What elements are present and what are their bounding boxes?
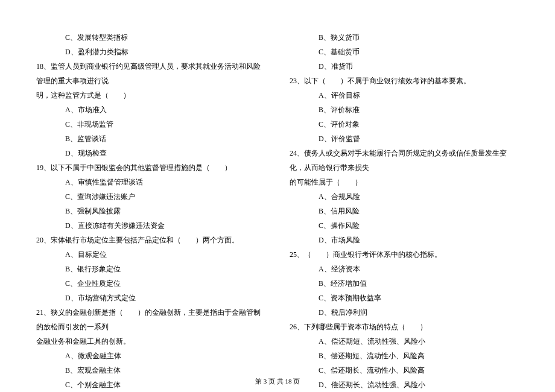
page-footer: 第 3 页 共 18 页: [0, 377, 555, 386]
option-item: A、偿还期短、流动性强、风险小: [290, 334, 519, 349]
option-item: C、企业性质定位: [36, 276, 265, 291]
option-item: D、盈利潜力类指标: [36, 45, 265, 59]
option-item: A、目标定位: [36, 247, 265, 262]
column-left: C、发展转型类指标 D、盈利潜力类指标 18、监管人员到商业银行约见高级管理人员…: [36, 30, 265, 356]
question-18: 18、监管人员到商业银行约见高级管理人员，要求其就业务活动和风险管理的重大事项进…: [36, 59, 265, 88]
option-item: C、资本预期收益率: [290, 291, 519, 305]
option-item: B、经济增加值: [290, 276, 519, 291]
question-21: 21、狭义的金融创新是指（ ）的金融创新，主要是指由于金融管制的放松而引发的一系…: [36, 305, 265, 334]
option-item: B、狭义货币: [290, 30, 519, 45]
option-item: C、偿还期长、流动性小、风险高: [290, 363, 519, 378]
option-item: A、审慎性监督管理谈话: [36, 175, 265, 189]
question-24-cont: 的可能性属于（ ）: [290, 175, 519, 189]
option-item: B、评价标准: [290, 103, 519, 117]
question-20: 20、宋体银行市场定位主要包括产品定位和（ ）两个方面。: [36, 233, 265, 247]
question-18-cont: 明，这种监管方式是（ ）: [36, 88, 265, 103]
option-item: C、查询涉嫌违法账户: [36, 189, 265, 204]
option-item: D、直接冻结有关涉嫌违法资金: [36, 218, 265, 233]
question-26: 26、下列哪些属于资本市场的特点（ ）: [290, 320, 519, 334]
question-25: 25、（ ）商业银行考评体系中的核心指标。: [290, 247, 519, 262]
question-24: 24、债务人或交易对手未能履行合同所规定的义务或信任质量发生变化，从而给银行带来…: [290, 146, 519, 175]
option-item: B、宏观金融主体: [36, 363, 265, 378]
option-item: D、准货币: [290, 59, 519, 74]
option-item: C、评价对象: [290, 117, 519, 131]
option-item: B、偿还期短、流动性小、风险高: [290, 349, 519, 363]
option-item: B、强制风险披露: [36, 204, 265, 218]
option-item: A、评价目标: [290, 88, 519, 103]
question-19: 19、以下不属于中国银监会的其他监督管理措施的是（ ）: [36, 160, 265, 175]
option-item: A、经济资本: [290, 262, 519, 276]
option-item: A、微观金融主体: [36, 349, 265, 363]
option-item: B、监管谈话: [36, 131, 265, 146]
option-item: D、税后净利润: [290, 305, 519, 320]
option-item: C、非现场监管: [36, 117, 265, 131]
option-item: B、银行形象定位: [36, 262, 265, 276]
option-item: C、发展转型类指标: [36, 30, 265, 45]
question-21-cont: 金融业务和金融工具的创新。: [36, 334, 265, 349]
option-item: A、市场准入: [36, 103, 265, 117]
option-item: B、信用风险: [290, 204, 519, 218]
option-item: C、基础货币: [290, 45, 519, 59]
option-item: D、现场检查: [36, 146, 265, 160]
option-item: D、市场营销方式定位: [36, 291, 265, 305]
option-item: D、市场风险: [290, 233, 519, 247]
option-item: D、评价监督: [290, 131, 519, 146]
option-item: C、操作风险: [290, 218, 519, 233]
question-23: 23、以下（ ）不属于商业银行绩效考评的基本要素。: [290, 74, 519, 88]
option-item: A、合规风险: [290, 189, 519, 204]
column-right: B、狭义货币 C、基础货币 D、准货币 23、以下（ ）不属于商业银行绩效考评的…: [290, 30, 519, 356]
